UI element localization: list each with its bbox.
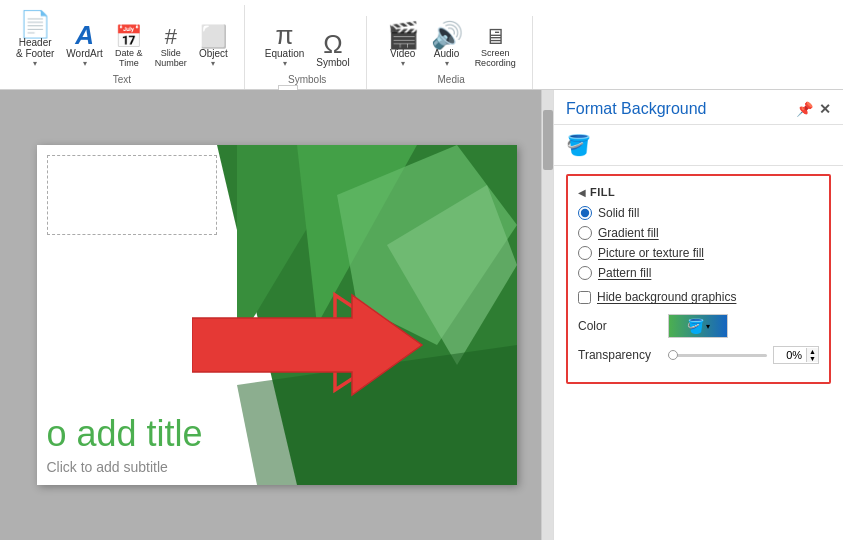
gradient-fill-label: Gradient fill <box>598 226 659 240</box>
solid-fill-option[interactable]: Solid fill <box>578 206 819 220</box>
object-icon: ⬜ <box>200 26 227 48</box>
fill-section-header: ◀ FILL <box>578 186 819 198</box>
ribbon: 📄 Header& Footer ▾ A WordArt ▾ 📅 Date &T… <box>0 0 843 90</box>
color-dropdown-arrow[interactable]: ▾ <box>706 322 710 331</box>
slider-thumb[interactable] <box>668 350 678 360</box>
color-picker-button[interactable]: 🪣 ▾ <box>668 314 728 338</box>
date-time-label: Date &Time <box>115 48 143 68</box>
panel-content: ◀ FILL Solid fill Gradient fill <box>554 166 843 540</box>
screen-recording-label: ScreenRecording <box>475 48 516 68</box>
slide-number-button[interactable]: # SlideNumber <box>151 24 191 70</box>
wordart-label: WordArt <box>66 48 103 59</box>
transparency-decrement[interactable]: ▼ <box>806 355 818 362</box>
header-footer-button[interactable]: 📄 Header& Footer ▾ <box>12 9 58 70</box>
header-footer-arrow: ▾ <box>33 59 37 68</box>
ribbon-group-symbols: π Equation ▾ Ω Symbol Symbols <box>257 16 367 89</box>
transparency-spinner[interactable]: ▲ ▼ <box>806 348 818 362</box>
wordart-button[interactable]: A WordArt ▾ <box>62 20 107 70</box>
slide-number-icon: # <box>165 26 177 48</box>
audio-arrow: ▾ <box>445 59 449 68</box>
slider-track[interactable] <box>668 354 767 357</box>
video-arrow: ▾ <box>401 59 405 68</box>
equation-button[interactable]: π Equation ▾ <box>261 20 308 70</box>
hide-graphics-checkbox[interactable] <box>578 291 591 304</box>
paint-bucket-icon[interactable]: 🪣 <box>566 134 591 156</box>
picture-fill-radio[interactable] <box>578 246 592 260</box>
video-label: Video <box>390 48 415 59</box>
pattern-fill-label: Pattern fill <box>598 266 651 280</box>
color-swatch-icon: 🪣 <box>687 318 704 334</box>
color-label: Color <box>578 319 668 333</box>
equation-icon: π <box>276 22 294 48</box>
transparency-value: 0% <box>774 347 806 363</box>
panel-header: Format Background 📌 ✕ <box>554 90 843 125</box>
main-area: o add title Click to add subtitle Format… <box>0 90 843 540</box>
header-footer-icon: 📄 <box>19 11 51 37</box>
symbol-button[interactable]: Ω Symbol <box>312 29 353 70</box>
symbols-group-label: Symbols <box>288 74 326 85</box>
slide[interactable]: o add title Click to add subtitle <box>37 145 517 485</box>
color-row: Color 🪣 ▾ <box>578 314 819 338</box>
fill-section: ◀ FILL Solid fill Gradient fill <box>566 174 831 384</box>
wordart-icon: A <box>75 22 94 48</box>
solid-fill-label: Solid fill <box>598 206 639 220</box>
fill-section-title: FILL <box>590 186 615 198</box>
panel-close-button[interactable]: ✕ <box>819 101 831 117</box>
vertical-scrollbar[interactable] <box>541 90 553 540</box>
panel-toolbar: 🪣 <box>554 125 843 166</box>
ribbon-symbols-items: π Equation ▾ Ω Symbol <box>261 20 354 70</box>
picture-texture-fill-option[interactable]: Picture or texture fill <box>578 246 819 260</box>
color-value: 🪣 ▾ <box>668 314 819 338</box>
equation-arrow: ▾ <box>283 59 287 68</box>
section-collapse-icon[interactable]: ◀ <box>578 187 586 198</box>
symbol-icon: Ω <box>323 31 342 57</box>
svg-marker-9 <box>192 295 422 395</box>
wordart-arrow: ▾ <box>83 59 87 68</box>
audio-icon: 🔊 <box>431 22 463 48</box>
gradient-fill-option[interactable]: Gradient fill <box>578 226 819 240</box>
ribbon-group-media: 🎬 Video ▾ 🔊 Audio ▾ 🖥 ScreenRecording Me… <box>379 16 533 89</box>
audio-button[interactable]: 🔊 Audio ▾ <box>427 20 467 70</box>
gradient-fill-radio[interactable] <box>578 226 592 240</box>
scrollbar-thumb[interactable] <box>543 110 553 170</box>
panel-pin-button[interactable]: 📌 <box>796 101 813 117</box>
screen-recording-icon: 🖥 <box>484 26 506 48</box>
date-time-icon: 📅 <box>115 26 142 48</box>
hide-graphics-label: Hide background graphics <box>597 290 736 304</box>
transparency-increment[interactable]: ▲ <box>806 348 818 355</box>
video-button[interactable]: 🎬 Video ▾ <box>383 20 423 70</box>
picture-fill-label: Picture or texture fill <box>598 246 704 260</box>
object-arrow: ▾ <box>211 59 215 68</box>
red-arrow-solid <box>192 290 432 400</box>
text-group-label: Text <box>113 74 131 85</box>
ribbon-text-items: 📄 Header& Footer ▾ A WordArt ▾ 📅 Date &T… <box>12 9 232 70</box>
slide-title[interactable]: o add title <box>47 413 203 455</box>
transparency-label: Transparency <box>578 348 668 362</box>
solid-fill-radio[interactable] <box>578 206 592 220</box>
ribbon-media-items: 🎬 Video ▾ 🔊 Audio ▾ 🖥 ScreenRecording <box>383 20 520 70</box>
panel-controls: 📌 ✕ <box>796 101 831 117</box>
transparency-slider[interactable]: 0% ▲ ▼ <box>668 346 819 364</box>
slide-container: o add title Click to add subtitle <box>0 90 553 540</box>
pattern-fill-option[interactable]: Pattern fill <box>578 266 819 280</box>
symbol-label: Symbol <box>316 57 349 68</box>
audio-label: Audio <box>434 48 460 59</box>
header-footer-label: Header& Footer <box>16 37 54 59</box>
transparency-value-box: 0% ▲ ▼ <box>773 346 819 364</box>
fill-radio-group: Solid fill Gradient fill Picture or text… <box>578 206 819 280</box>
date-time-button[interactable]: 📅 Date &Time <box>111 24 147 70</box>
text-box-placeholder <box>47 155 217 235</box>
pattern-fill-radio[interactable] <box>578 266 592 280</box>
ribbon-group-text: 📄 Header& Footer ▾ A WordArt ▾ 📅 Date &T… <box>8 5 245 89</box>
screen-recording-button[interactable]: 🖥 ScreenRecording <box>471 24 520 70</box>
transparency-row: Transparency 0% ▲ ▼ <box>578 346 819 364</box>
equation-label: Equation <box>265 48 304 59</box>
media-group-label: Media <box>438 74 465 85</box>
slide-subtitle[interactable]: Click to add subtitle <box>47 459 168 475</box>
slide-number-label: SlideNumber <box>155 48 187 68</box>
panel-title: Format Background <box>566 100 707 118</box>
object-label: Object <box>199 48 228 59</box>
hide-graphics-option[interactable]: Hide background graphics <box>578 290 819 304</box>
video-icon: 🎬 <box>387 22 419 48</box>
object-button[interactable]: ⬜ Object ▾ <box>195 24 232 70</box>
